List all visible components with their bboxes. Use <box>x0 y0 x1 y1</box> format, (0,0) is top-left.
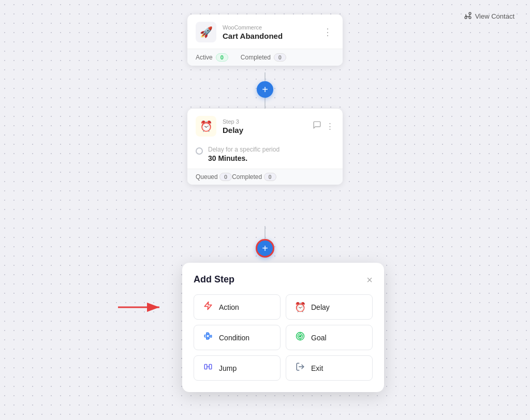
woo-platform-label: WooCommerce <box>223 24 315 31</box>
delay-card: ⏰ Step 3 Delay ⋮ Delay for a specific pe… <box>187 109 343 185</box>
woo-active-stat: Active 0 <box>196 53 228 62</box>
woo-completed-label: Completed <box>241 54 271 61</box>
goal-label: Goal <box>311 334 327 342</box>
exit-label: Exit <box>311 364 323 372</box>
goal-icon <box>295 332 306 343</box>
delay-queued-label: Queued <box>196 173 218 181</box>
woo-active-label: Active <box>196 54 213 61</box>
delay-label: Delay <box>311 303 330 311</box>
delay-step-label: Step 3 <box>223 118 306 125</box>
connector-line-bottom <box>264 226 266 239</box>
delay-icon: ⏰ <box>196 116 216 137</box>
step-option-goal[interactable]: Goal <box>286 325 373 350</box>
step-option-action[interactable]: Action <box>194 294 281 320</box>
action-label: Action <box>219 303 239 311</box>
svg-point-2 <box>469 17 471 19</box>
red-arrow <box>118 301 165 313</box>
woo-title: Cart Abandoned <box>223 32 315 40</box>
jump-icon <box>202 362 214 374</box>
add-step-button-top[interactable]: + <box>257 81 273 98</box>
svg-marker-5 <box>204 302 212 310</box>
woo-active-badge: 0 <box>216 53 228 62</box>
delay-radio <box>196 147 203 155</box>
action-icon <box>202 301 214 313</box>
connector-line-top <box>264 72 266 82</box>
step-option-condition[interactable]: Condition <box>194 325 281 350</box>
woo-completed-stat: Completed 0 <box>241 53 286 62</box>
condition-icon <box>202 332 214 343</box>
svg-rect-15 <box>211 335 212 337</box>
delay-queued-stat: Queued 0 <box>196 173 232 181</box>
step-options-grid: Action ⏰ Delay Condition <box>194 294 373 381</box>
modal-close-button[interactable]: × <box>366 275 373 285</box>
add-step-button-active[interactable]: + <box>256 239 274 258</box>
add-step-modal: Add Step × Action ⏰ Delay <box>182 263 384 392</box>
modal-header: Add Step × <box>194 274 373 285</box>
delay-title: Delay <box>223 126 306 134</box>
delay-option-icon: ⏰ <box>295 302 306 313</box>
delay-queued-badge: 0 <box>219 173 232 181</box>
woo-menu-button[interactable]: ⋮ <box>321 25 334 39</box>
woo-card: 🚀 WooCommerce Cart Abandoned ⋮ Active 0 … <box>187 14 343 66</box>
fork-icon <box>464 11 472 21</box>
step-option-jump[interactable]: Jump <box>194 355 281 381</box>
delay-value: 30 Minutes. <box>208 154 279 162</box>
connector-line-mid <box>264 97 266 109</box>
condition-label: Condition <box>219 334 249 342</box>
woo-completed-badge: 0 <box>274 53 286 62</box>
jump-label: Jump <box>219 364 237 372</box>
delay-completed-stat: Completed 0 <box>232 173 276 181</box>
delay-menu-icon[interactable]: ⋮ <box>326 121 334 132</box>
delay-completed-badge: 0 <box>264 173 276 181</box>
svg-rect-6 <box>204 335 207 337</box>
delay-actions: ⋮ <box>313 121 334 132</box>
exit-icon <box>295 362 306 374</box>
view-contact-label: View Contact <box>475 12 514 20</box>
delay-completed-label: Completed <box>232 173 262 181</box>
view-contact-button[interactable]: View Contact <box>464 11 514 21</box>
woo-icon: 🚀 <box>196 22 216 42</box>
delay-period-label: Delay for a specific period <box>208 146 279 153</box>
delay-comment-icon[interactable] <box>313 121 321 132</box>
step-option-delay[interactable]: ⏰ Delay <box>286 294 373 320</box>
modal-title: Add Step <box>194 274 234 285</box>
step-option-exit[interactable]: Exit <box>286 355 373 381</box>
